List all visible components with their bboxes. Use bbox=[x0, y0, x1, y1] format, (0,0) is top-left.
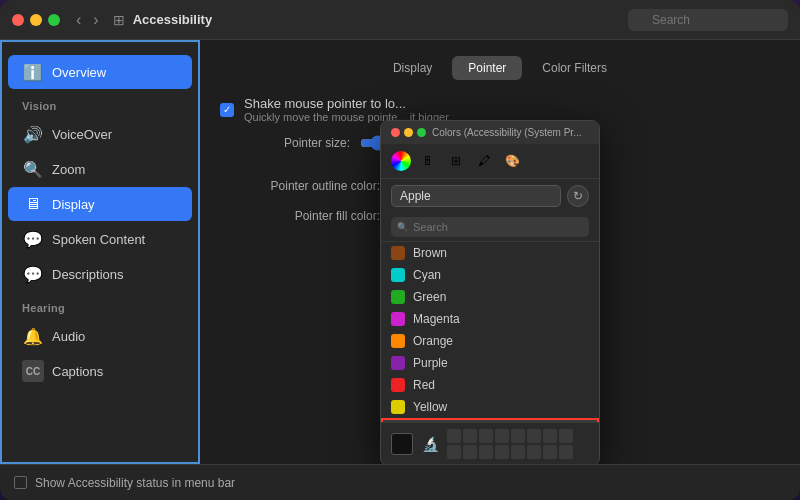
shake-setting-text: Shake mouse pointer to lo... Quickly mov… bbox=[244, 96, 451, 123]
color-list-item[interactable]: Purple bbox=[381, 352, 599, 374]
sidebar-item-display[interactable]: 🖥 Display bbox=[8, 187, 192, 221]
color-dot bbox=[391, 334, 405, 348]
color-dot bbox=[391, 268, 405, 282]
shake-label: Shake mouse pointer to lo... bbox=[244, 96, 451, 111]
sidebar-item-audio[interactable]: 🔔 Audio bbox=[8, 319, 192, 353]
cp-grid-cell[interactable] bbox=[495, 445, 509, 459]
zoom-icon: 🔍 bbox=[22, 158, 44, 180]
content-area: Display Pointer Color Filters Shake mous… bbox=[200, 40, 800, 464]
color-name-label: Purple bbox=[413, 356, 448, 370]
main-window: ‹ › ⊞ Accessibility ℹ️ Overview Vision 🔊… bbox=[0, 0, 800, 500]
tab-color-filters[interactable]: Color Filters bbox=[526, 56, 623, 80]
cp-grid-cell[interactable] bbox=[511, 445, 525, 459]
cp-grid-cell[interactable] bbox=[527, 429, 541, 443]
color-wheel-icon[interactable] bbox=[391, 151, 411, 171]
back-button[interactable]: ‹ bbox=[72, 9, 85, 31]
cp-grid-cell[interactable] bbox=[543, 429, 557, 443]
tab-pointer[interactable]: Pointer bbox=[452, 56, 522, 80]
color-list-item[interactable]: Magenta bbox=[381, 308, 599, 330]
sliders-icon[interactable]: 🎚 bbox=[417, 150, 439, 172]
vision-section-label: Vision bbox=[2, 90, 198, 116]
voiceover-icon: 🔊 bbox=[22, 123, 44, 145]
cp-traffic-lights bbox=[391, 128, 426, 137]
cp-grid-cell[interactable] bbox=[447, 445, 461, 459]
color-list-item[interactable]: Brown bbox=[381, 242, 599, 264]
cp-color-grid bbox=[447, 429, 589, 459]
color-list-item[interactable]: Red bbox=[381, 374, 599, 396]
color-dot bbox=[391, 356, 405, 370]
cp-grid-cell[interactable] bbox=[463, 445, 477, 459]
window-title: Accessibility bbox=[133, 12, 628, 27]
forward-button[interactable]: › bbox=[89, 9, 102, 31]
color-name-label: Brown bbox=[413, 246, 447, 260]
color-name-label: Red bbox=[413, 378, 435, 392]
sidebar-item-zoom[interactable]: 🔍 Zoom bbox=[8, 152, 192, 186]
grid-color-icon[interactable]: ⊞ bbox=[445, 150, 467, 172]
pointer-outline-label: Pointer outline color: bbox=[240, 179, 380, 193]
cp-search-input[interactable] bbox=[391, 217, 589, 237]
sidebar-label-audio: Audio bbox=[52, 329, 85, 344]
sidebar-item-overview[interactable]: ℹ️ Overview bbox=[8, 55, 192, 89]
status-bar: Show Accessibility status in menu bar bbox=[0, 464, 800, 500]
captions-icon: CC bbox=[22, 360, 44, 382]
sidebar: ℹ️ Overview Vision 🔊 VoiceOver 🔍 Zoom 🖥 … bbox=[0, 40, 200, 464]
close-button[interactable] bbox=[12, 14, 24, 26]
crayon-icon[interactable]: 🖍 bbox=[473, 150, 495, 172]
pointer-size-label: Pointer size: bbox=[240, 136, 350, 150]
cp-black-swatch[interactable] bbox=[391, 433, 413, 455]
nav-buttons: ‹ › bbox=[72, 9, 103, 31]
cp-grid-cell[interactable] bbox=[479, 429, 493, 443]
cp-grid-cell[interactable] bbox=[527, 445, 541, 459]
cp-grid-cell[interactable] bbox=[479, 445, 493, 459]
titlebar: ‹ › ⊞ Accessibility bbox=[0, 0, 800, 40]
cp-search-row bbox=[381, 213, 599, 242]
cp-grid-cell[interactable] bbox=[559, 429, 573, 443]
color-list-item[interactable]: Green bbox=[381, 286, 599, 308]
sidebar-item-descriptions[interactable]: 💬 Descriptions bbox=[8, 257, 192, 291]
cp-refresh-button[interactable]: ↻ bbox=[567, 185, 589, 207]
cp-grid-cell[interactable] bbox=[543, 445, 557, 459]
shake-checkbox[interactable] bbox=[220, 103, 234, 117]
color-name-label: Cyan bbox=[413, 268, 441, 282]
cp-dropdown-row: Apple ↻ bbox=[381, 179, 599, 213]
titlebar-search-input[interactable] bbox=[628, 9, 788, 31]
color-list-item[interactable]: Cyan bbox=[381, 264, 599, 286]
color-list-item[interactable]: Orange bbox=[381, 330, 599, 352]
eyedropper-icon[interactable]: 🔬 bbox=[419, 433, 441, 455]
sidebar-item-captions[interactable]: CC Captions bbox=[8, 354, 192, 388]
sidebar-item-voiceover[interactable]: 🔊 VoiceOver bbox=[8, 117, 192, 151]
sidebar-label-voiceover: VoiceOver bbox=[52, 127, 112, 142]
sidebar-item-spoken-content[interactable]: 💬 Spoken Content bbox=[8, 222, 192, 256]
descriptions-icon: 💬 bbox=[22, 263, 44, 285]
color-list: BrownCyanGreenMagentaOrangePurpleRedYell… bbox=[381, 242, 599, 422]
cp-grid-cell[interactable] bbox=[559, 445, 573, 459]
color-picker-titlebar: Colors (Accessibility (System Pr... bbox=[381, 121, 599, 144]
color-picker-toolbar: 🎚 ⊞ 🖍 🎨 bbox=[381, 144, 599, 179]
cp-close[interactable] bbox=[391, 128, 400, 137]
minimize-button[interactable] bbox=[30, 14, 42, 26]
sidebar-label-captions: Captions bbox=[52, 364, 103, 379]
status-checkbox[interactable] bbox=[14, 476, 27, 489]
audio-icon: 🔔 bbox=[22, 325, 44, 347]
hearing-section-label: Hearing bbox=[2, 292, 198, 318]
color-name-label: Yellow bbox=[413, 400, 447, 414]
cp-grid-cell[interactable] bbox=[463, 429, 477, 443]
sidebar-label-overview: Overview bbox=[52, 65, 106, 80]
maximize-button[interactable] bbox=[48, 14, 60, 26]
titlebar-search-container bbox=[628, 9, 788, 31]
cp-grid-cell[interactable] bbox=[495, 429, 509, 443]
palette-icon[interactable]: 🎨 bbox=[501, 150, 523, 172]
pointer-fill-label: Pointer fill color: bbox=[240, 209, 380, 223]
cp-grid-cell[interactable] bbox=[447, 429, 461, 443]
traffic-lights bbox=[12, 14, 60, 26]
grid-icon: ⊞ bbox=[113, 12, 125, 28]
color-list-item[interactable]: Yellow bbox=[381, 396, 599, 418]
cp-grid-cell[interactable] bbox=[511, 429, 525, 443]
cp-search-wrap bbox=[391, 217, 589, 237]
tab-display[interactable]: Display bbox=[377, 56, 448, 80]
sidebar-label-zoom: Zoom bbox=[52, 162, 85, 177]
color-picker-title: Colors (Accessibility (System Pr... bbox=[432, 127, 589, 138]
cp-maximize[interactable] bbox=[417, 128, 426, 137]
cp-minimize[interactable] bbox=[404, 128, 413, 137]
cp-apple-dropdown[interactable]: Apple bbox=[391, 185, 561, 207]
